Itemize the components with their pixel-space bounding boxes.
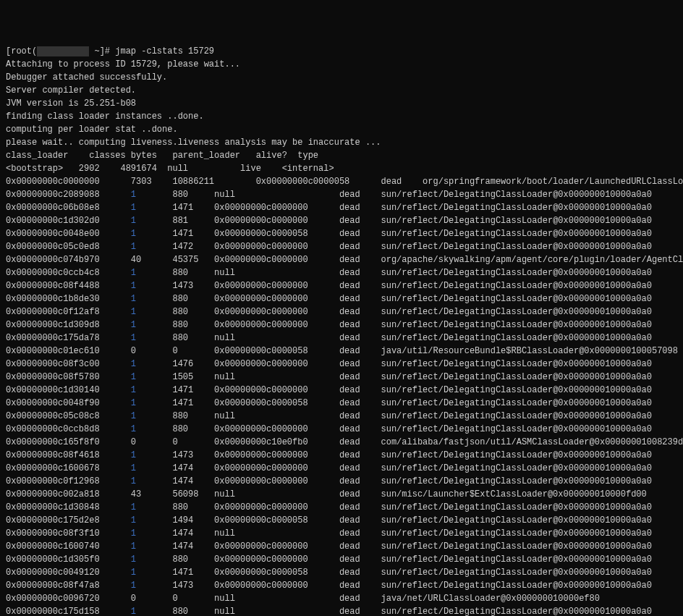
clstats-row: 0x00000000c1d309d8 1 880 0x00000000c0000… — [6, 318, 677, 332]
clstats-row: 0x00000000c175d158 1 880 null dead sun/r… — [6, 605, 677, 616]
terminal-output: [root( ~]# jmap -clstats 15729 Attaching… — [6, 45, 677, 616]
clstats-row: 0x00000000c0096720 0 0 null dead java/ne… — [6, 592, 677, 605]
clstats-row: 0x00000000c0ccb8d8 1 880 0x00000000c0000… — [6, 423, 677, 436]
preamble-block: Attaching to process ID 15729, please wa… — [6, 58, 677, 162]
clstats-row: 0x00000000c1b8de30 1 880 0x00000000c0000… — [6, 292, 677, 305]
prompt-suffix: ~]# — [89, 46, 115, 56]
clstats-row: 0x00000000c08f47a8 1 1473 0x00000000c000… — [6, 579, 677, 592]
clstats-row: <bootstrap> 2902 4891674 null live <inte… — [6, 162, 677, 175]
clstats-row: 0x00000000c1d30848 1 880 0x00000000c0000… — [6, 501, 677, 514]
clstats-row: 0x00000000c2089088 1 880 null dead sun/r… — [6, 188, 677, 201]
clstats-row: 0x00000000c175da78 1 880 null dead sun/r… — [6, 332, 677, 345]
clstats-row: 0x00000000c1600740 1 1474 0x00000000c000… — [6, 540, 677, 553]
clstats-row: 0x00000000c1d302d0 1 881 0x00000000c0000… — [6, 214, 677, 227]
clstats-row: 0x00000000c1600678 1 1474 0x00000000c000… — [6, 462, 677, 475]
clstats-row: 0x00000000c0f12af8 1 880 0x00000000c0000… — [6, 305, 677, 318]
clstats-row: 0x00000000c08f3f10 1 1474 null dead sun/… — [6, 527, 677, 540]
clstats-row: 0x00000000c08f3c00 1 1476 0x00000000c000… — [6, 358, 677, 371]
clstats-row: 0x00000000c002a818 43 56098 null dead su… — [6, 488, 677, 501]
clstats-row: 0x00000000c175d2e8 1 1494 0x00000000c000… — [6, 514, 677, 527]
clstats-row: 0x00000000c08f4618 1 1473 0x00000000c000… — [6, 449, 677, 462]
clstats-row: 0x00000000c01ec610 0 0 0x00000000c000005… — [6, 345, 677, 358]
clstats-row: 0x00000000c0000000 7303 10886211 0x00000… — [6, 175, 677, 188]
command-text: jmap -clstats 15729 — [115, 46, 214, 56]
prompt-host-redacted — [37, 46, 89, 56]
clstats-row: 0x00000000c0048e00 1 1471 0x00000000c000… — [6, 227, 677, 240]
clstats-row: 0x00000000c08f5780 1 1505 null dead sun/… — [6, 371, 677, 384]
clstats-row: 0x00000000c1d305f0 1 880 0x00000000c0000… — [6, 553, 677, 566]
prompt-prefix: [root( — [6, 46, 37, 56]
clstats-row: 0x00000000c1d30140 1 1471 0x00000000c000… — [6, 384, 677, 397]
clstats-row: 0x00000000c0ccb4c8 1 880 null dead sun/r… — [6, 266, 677, 279]
clstats-row: 0x00000000c0049120 1 1471 0x00000000c000… — [6, 566, 677, 579]
clstats-row: 0x00000000c05c08c8 1 880 null dead sun/r… — [6, 410, 677, 423]
clstats-rows: <bootstrap> 2902 4891674 null live <inte… — [6, 162, 677, 616]
clstats-row: 0x00000000c05c0ed8 1 1472 0x00000000c000… — [6, 240, 677, 253]
clstats-row: 0x00000000c08f4488 1 1473 0x00000000c000… — [6, 279, 677, 292]
clstats-row: 0x00000000c0f12968 1 1474 0x00000000c000… — [6, 475, 677, 488]
clstats-row: 0x00000000c165f8f0 0 0 0x00000000c10e0fb… — [6, 436, 677, 449]
clstats-row: 0x00000000c06b08e8 1 1471 0x00000000c000… — [6, 201, 677, 214]
clstats-row: 0x00000000c074b970 40 45375 0x00000000c0… — [6, 253, 677, 266]
clstats-row: 0x00000000c0048f90 1 1471 0x00000000c000… — [6, 397, 677, 410]
